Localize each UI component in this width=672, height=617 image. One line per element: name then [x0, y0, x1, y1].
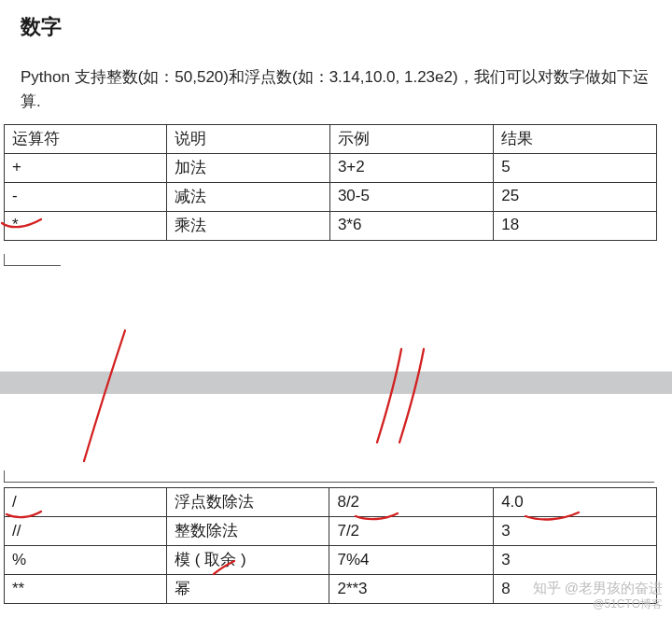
cell-operator: % [5, 546, 167, 575]
cell-description: 减法 [167, 182, 329, 211]
cell-result: 8 [494, 575, 657, 604]
cell-result: 25 [494, 182, 657, 211]
annotation-underline-slash-op [4, 508, 45, 521]
annotation-stroke-double-slash-2 [392, 345, 439, 448]
annotation-stroke-mod-paren [210, 558, 244, 577]
operator-table-bottom: / 浮点数除法 8/2 4.0 // 整数除法 7/2 3 % 模 ( 取余 )… [4, 487, 657, 604]
intro-paragraph: Python 支持整数(如：50,520)和浮点数(如：3.14,10.0, 1… [0, 41, 672, 119]
col-example: 示例 [329, 124, 493, 153]
cell-description: 加法 [167, 153, 329, 182]
cell-example: 3*6 [329, 211, 493, 240]
col-operator: 运算符 [5, 124, 167, 153]
cell-description: 浮点数除法 [167, 488, 329, 517]
cell-result: 3 [494, 546, 657, 575]
col-description: 说明 [167, 124, 329, 153]
cell-description: 整数除法 [167, 517, 329, 546]
table-row: % 模 ( 取余 ) 7%4 3 [5, 546, 657, 575]
annotation-stroke-star [0, 215, 47, 231]
annotation-stroke-left-curve [77, 327, 142, 467]
cell-example: 3+2 [329, 153, 493, 182]
cell-operator: - [5, 182, 167, 211]
table-row: * 乘法 3*6 18 [5, 211, 657, 240]
annotation-underline-4point0 [523, 510, 582, 523]
section-heading: 数字 [0, 0, 672, 41]
cell-description: 幂 [167, 575, 329, 604]
cell-operator: + [5, 153, 167, 182]
table-row: ** 幂 2**3 8 [5, 575, 657, 604]
table-continuation-stub [4, 254, 61, 266]
table-continuation-stub-bottom [4, 470, 654, 483]
cell-example: 30-5 [329, 182, 493, 211]
cell-example: 2**3 [329, 575, 494, 604]
cell-result: 18 [494, 211, 657, 240]
annotation-underline-8over2 [353, 510, 401, 523]
table-row: + 加法 3+2 5 [5, 153, 657, 182]
table-header-row: 运算符 说明 示例 结果 [5, 124, 657, 153]
cell-result: 5 [494, 153, 657, 182]
cell-example: 7%4 [329, 546, 494, 575]
cell-operator: // [5, 517, 167, 546]
cell-description: 模 ( 取余 ) [167, 546, 329, 575]
cell-description: 乘法 [167, 211, 329, 240]
operator-table-top: 运算符 说明 示例 结果 + 加法 3+2 5 - 减法 30-5 25 * 乘… [4, 124, 657, 241]
cell-operator: ** [5, 575, 167, 604]
table-row: - 减法 30-5 25 [5, 182, 657, 211]
col-result: 结果 [494, 124, 657, 153]
